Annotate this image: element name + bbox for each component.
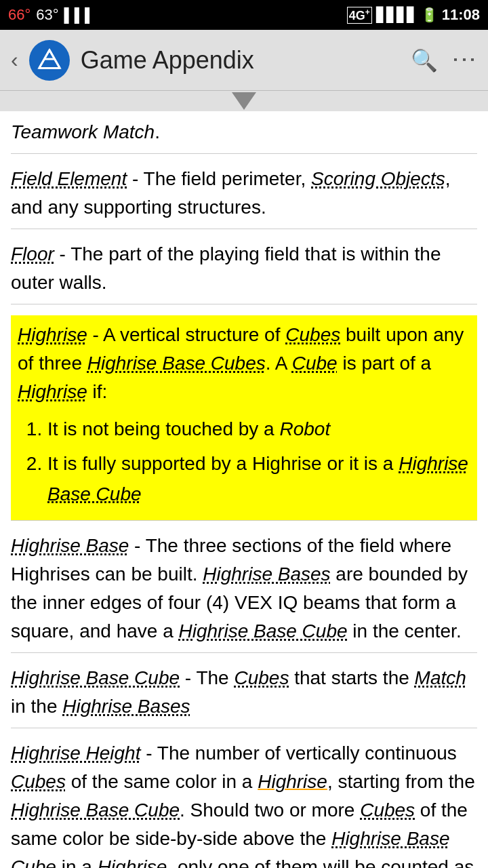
signal-bars-icon: ▌▌▌ (64, 7, 96, 23)
floor-text: Floor - The part of the playing field th… (11, 240, 477, 297)
highrise-text: Highrise - A vertical structure of Cubes… (18, 321, 470, 406)
temp-f: 66° (8, 6, 30, 24)
app-bar: ‹ Game Appendix 🔍 ⋮ (0, 30, 488, 91)
app-title: Game Appendix (81, 46, 400, 75)
highrise-base-cube-text: Highrise Base Cube - The Cubes that star… (11, 664, 477, 721)
back-button[interactable]: ‹ (11, 47, 18, 73)
entry-highrise-base-cube: Highrise Base Cube - The Cubes that star… (11, 664, 477, 728)
entry-highrise: Highrise - A vertical structure of Cubes… (11, 315, 477, 521)
app-icon (29, 40, 70, 81)
search-icon[interactable]: 🔍 (411, 47, 438, 73)
clock: 11:08 (442, 6, 480, 24)
signal-area (0, 91, 488, 111)
entry-teamwork-match: Teamwork Match. (11, 118, 477, 154)
entry-highrise-height: Highrise Height - The number of vertical… (11, 739, 477, 868)
highrise-list: It is not being touched by a Robot It is… (47, 414, 470, 509)
signal-strength-icon: ▋▋▋▋ (376, 7, 417, 23)
teamwork-match-text: Teamwork Match. (11, 118, 477, 146)
temp-c: 63° (36, 6, 58, 24)
status-right: 4G+ ▋▋▋▋ 🔋 11:08 (347, 6, 480, 24)
battery-icon: 🔋 (421, 7, 438, 23)
highrise-list-item-2: It is fully supported by a Highrise or i… (47, 449, 470, 510)
entry-field-element: Field Element - The field perimeter, Sco… (11, 165, 477, 229)
status-bar: 66° 63° ▌▌▌ 4G+ ▋▋▋▋ 🔋 11:08 (0, 0, 488, 30)
content-area: Teamwork Match. Field Element - The fiel… (0, 111, 488, 868)
signal-triangle-icon (232, 92, 256, 110)
entry-highrise-base: Highrise Base - The three sections of th… (11, 532, 477, 653)
more-options-icon[interactable]: ⋮ (450, 47, 479, 73)
highrise-list-item-1: It is not being touched by a Robot (47, 414, 470, 445)
field-element-text: Field Element - The field perimeter, Sco… (11, 165, 477, 222)
entry-floor: Floor - The part of the playing field th… (11, 240, 477, 304)
network-type: 4G+ (347, 7, 372, 24)
status-left: 66° 63° ▌▌▌ (8, 6, 95, 24)
highrise-height-text: Highrise Height - The number of vertical… (11, 739, 477, 868)
highrise-base-text: Highrise Base - The three sections of th… (11, 532, 477, 646)
app-bar-actions: 🔍 ⋮ (411, 46, 477, 75)
